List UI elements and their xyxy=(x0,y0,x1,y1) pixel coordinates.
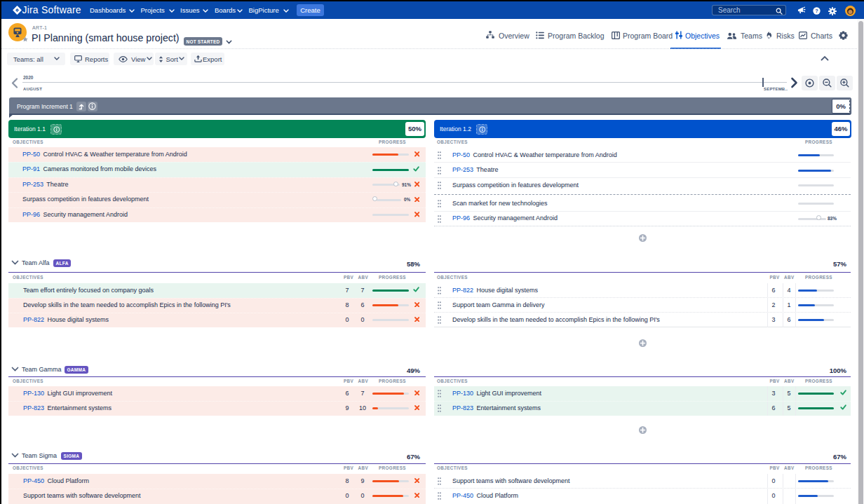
svg-text:?: ? xyxy=(815,8,818,14)
